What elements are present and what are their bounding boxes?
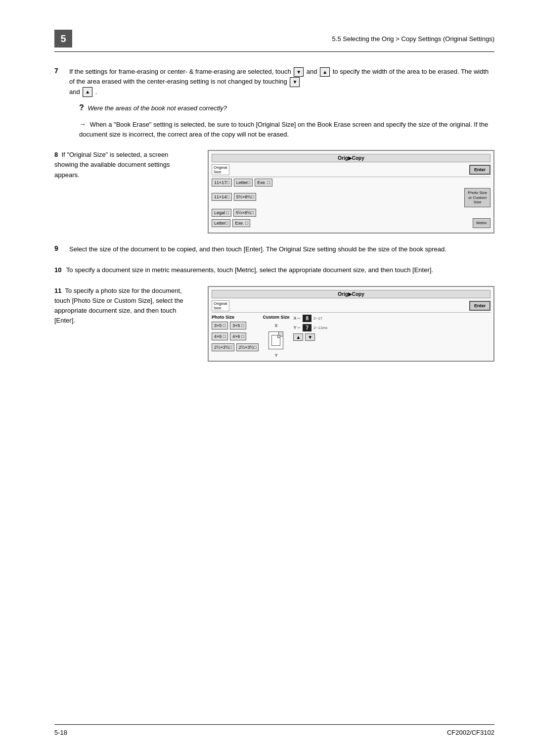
enter-button-11[interactable]: Enter [469,301,490,311]
btn-4x6-landscape[interactable]: 4×6 □ [230,332,246,340]
down-arrow-icon-2[interactable]: ▼ [290,77,300,87]
photo-btns: 3×5 □ 3×5 □ 4×6 □ 4×6 □ 2½×3½□ 2½×3½□ [212,322,259,353]
btn-5half-8half-1[interactable]: 5½×8½□ [234,193,257,201]
btn-metric[interactable]: Metric [473,218,490,228]
photo-row-1: 3×5 □ 3×5 □ [212,322,259,330]
screen-row-1: 11×17□ Letter□ Exe. □ [212,179,490,187]
y-row: Y↔ 7 2~11ins [293,324,327,331]
btn-4x6-portrait[interactable]: 4×6 □ [212,332,228,340]
screen-mockup-11: Orig▶Copy OriginalSize Enter Photo Size … [208,286,494,362]
btn-2half-3half-landscape[interactable]: 2½×3½□ [236,343,259,351]
custom-size-col: Custom Size X Y [263,315,289,358]
screen-size-header-11: OriginalSize Enter [212,300,490,313]
photo-row-2: 4×6 □ 4×6 □ [212,332,259,340]
x-value-box: 8 [303,315,312,322]
btn-legal[interactable]: Legal □ [212,209,231,217]
y-axis-label: Y [274,353,277,358]
step-7-number: 7 [54,67,64,75]
screen-row-3: Legal □ 5½×8½□ [212,209,490,217]
screen-title-11: Orig▶Copy [212,290,490,298]
step-10-content: To specify a document size in metric mea… [66,266,433,274]
page-header: 5 5.5 Selecting the Orig > Copy Settings… [54,30,494,52]
step-11-text: 11 To specify a photo size for the docum… [54,286,193,362]
screen-header-8: OriginalSize Enter [212,164,490,177]
footer-model: CF2002/CF3102 [447,729,494,736]
btn-exe-2[interactable]: Exe. □ [232,219,250,227]
header-title: 5.5 Selecting the Orig > Copy Settings (… [332,35,494,43]
step-10-number: 10 [54,266,61,274]
arrow-hint: → When a "Book Erase" setting is selecte… [79,119,494,140]
screen-size-label-11: OriginalSize [212,300,229,311]
step-11: 11 To specify a photo size for the docum… [54,286,494,362]
step-8: 8 If "Original Size" is selected, a scre… [54,150,494,233]
btn-exe[interactable]: Exe. □ [255,179,272,187]
arrow-hint-text: When a "Book Erase" setting is selected,… [79,121,488,138]
step-8-screen: Orig▶Copy OriginalSize Enter 11×17□ Lett… [208,150,494,233]
step-7-connector: and [307,68,319,75]
doc-preview [268,331,283,349]
decrement-btn[interactable]: ▼ [305,333,315,341]
increment-btn[interactable]: ▲ [293,333,303,341]
btn-5half-8half-2[interactable]: 5½×8½□ [233,209,256,217]
screen-row-4: Letter□ Exe. □ Metric [212,218,490,228]
xy-col: X↔ 8 2~17 Y↔ 7 2~11ins ▲ ▼ [293,315,327,342]
question-block: ? Were the areas of the book not erased … [79,102,494,114]
screen-title-8: Orig▶Copy [212,154,490,162]
step-9: 9 Select the size of the document to be … [54,244,494,254]
btn-2half-3half-portrait[interactable]: 2½×3½□ [212,343,234,351]
custom-size-label: Custom Size [263,315,289,320]
arrow-btns-row: ▲ ▼ [293,333,327,341]
up-arrow-icon[interactable]: ▲ [320,67,330,77]
btn-3x5-portrait[interactable]: 3×5 □ [212,322,228,330]
screen-right-btns-2: Photo Sizeor CustomSize [464,188,490,207]
step-9-number: 9 [54,244,64,252]
screen-size-label-8: OriginalSize [212,164,229,175]
page-container: 5 5.5 Selecting the Orig > Copy Settings… [0,0,534,756]
step-11-content: To specify a photo size for the document… [54,287,183,324]
btn-3x5-landscape[interactable]: 3×5 □ [230,322,246,330]
y-value-box: 7 [303,324,312,331]
question-text: Were the areas of the book not erased co… [88,104,227,112]
step-10: 10 To specify a document size in metric … [54,265,494,275]
step-7-text3: and [69,88,82,95]
step-8-number: 8 [54,151,58,158]
photo-row-3: 2½×3½□ 2½×3½□ [212,343,259,351]
btn-letter-2[interactable]: Letter□ [212,219,230,227]
up-arrow-icon-2[interactable]: ▲ [83,87,92,97]
enter-button-8[interactable]: Enter [469,165,490,175]
y-range: 2~11ins [313,326,327,330]
y-arrow-label: Y↔ [293,325,301,330]
step-9-content: Select the size of the document to be co… [69,244,494,254]
x-arrow-label: X↔ [293,316,301,321]
btn-letter[interactable]: Letter□ [234,179,253,187]
footer-page-number: 5-18 [54,729,67,736]
photo-size-label: Photo Size [212,315,259,320]
screen-mockup-8: Orig▶Copy OriginalSize Enter 11×17□ Lett… [208,150,494,233]
chapter-number-box: 5 [54,30,72,47]
step-7-text1: If the settings for frame-erasing or cen… [69,68,291,75]
step-8-text: 8 If "Original Size" is selected, a scre… [54,150,193,233]
screen-row-2a: 11×14□ 5½×8½□ [212,193,256,201]
step-11-screen: Orig▶Copy OriginalSize Enter Photo Size … [208,286,494,362]
arrow-symbol: → [79,120,86,128]
page-footer: 5-18 CF2002/CF3102 [54,724,494,736]
btn-11x14[interactable]: 11×14□ [212,193,232,201]
screen-row-2: 11×14□ 5½×8½□ Photo Sizeor CustomSize [212,188,490,207]
down-arrow-icon[interactable]: ▼ [294,67,304,77]
screen-col-left-2: 11×14□ 5½×8½□ [212,193,256,202]
photo-screen-cols: Photo Size 3×5 □ 3×5 □ 4×6 □ 4×6 □ [212,315,490,358]
photo-size-col: Photo Size 3×5 □ 3×5 □ 4×6 □ 4×6 □ [212,315,259,353]
step-7-period: . [95,88,97,95]
x-axis-label: X [274,323,277,328]
step-11-number: 11 [54,287,61,294]
step-8-content: If "Original Size" is selected, a screen… [54,151,170,178]
step-7: 7 If the settings for frame-erasing or c… [54,67,494,139]
x-range: 2~17 [313,316,322,321]
x-row: X↔ 8 2~17 [293,315,327,322]
step-7-content: If the settings for frame-erasing or cen… [69,67,494,139]
btn-11x17[interactable]: 11×17□ [212,179,232,187]
btn-photo-custom[interactable]: Photo Sizeor CustomSize [464,188,490,207]
question-mark-icon: ? [79,103,84,112]
